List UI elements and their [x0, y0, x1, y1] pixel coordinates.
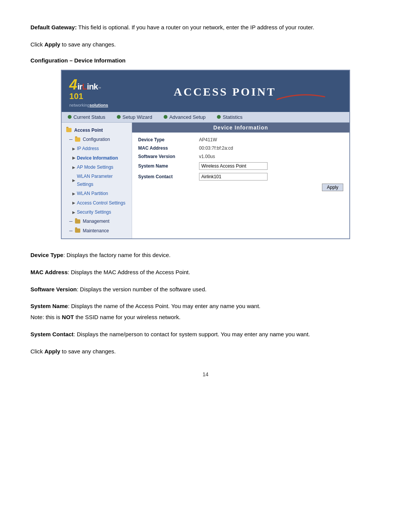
brand-area: ACCESS POINT [108, 85, 342, 98]
input-system-contact[interactable] [199, 173, 268, 181]
tagline-bold: solutions [89, 103, 108, 107]
note-suffix: the SSID name for your wireless network. [74, 314, 180, 320]
arrow-ip-icon: ▶ [72, 145, 75, 152]
logo-tm: ™ [98, 86, 101, 90]
note-not: NOT [62, 314, 74, 320]
desc-system-contact-bold: System Contact [30, 331, 73, 337]
form-row-mac-address: MAC Address 00:03:7f:bf:2a:cd [138, 145, 343, 151]
nav-statistics[interactable]: Statistics [217, 114, 242, 120]
desc-mac-address-bold: MAC Address [30, 269, 68, 275]
label-device-type: Device Type [138, 137, 199, 142]
logo-101-text: 101 [69, 91, 83, 101]
nav-current-status[interactable]: Current Status [68, 114, 105, 120]
label-software-version: Software Version [138, 154, 199, 159]
nav-dot-current [68, 115, 72, 119]
sidebar-wlan-partition-label: WLAN Partition [77, 190, 108, 197]
sidebar-item-wlan-partition[interactable]: ▶ WLAN Partition [62, 189, 132, 198]
content-form: Device Type AP411W MAC Address 00:03:7f:… [132, 133, 349, 196]
form-row-system-contact: System Contact [138, 173, 343, 181]
nav-dot-stats [217, 115, 221, 119]
sidebar-item-access-control[interactable]: ▶ Access Control Settings [62, 198, 132, 208]
nav-dot-advanced [164, 115, 167, 119]
sidebar-management-label: Management [83, 217, 110, 225]
nav-dot-setup [117, 115, 121, 119]
sidebar-device-info-label: Device Information [77, 154, 118, 162]
desc-software-version: Software Version: Displays the version n… [30, 285, 381, 294]
router-nav: Current Status Setup Wizard Advanced Set… [62, 112, 349, 123]
note-line: Note: this is NOT the SSID name for your… [30, 313, 381, 322]
sidebar-item-ap-mode[interactable]: ▶ AP Mode Settings [62, 163, 132, 172]
sidebar-configuration-label: Configuration [83, 136, 110, 143]
note-prefix: Note [30, 314, 43, 320]
page-number: 14 [30, 371, 381, 377]
desc-software-version-bold: Software Version [30, 286, 77, 292]
form-row-software-version: Software Version v1.00us [138, 154, 343, 159]
desc-system-name-rest: : Displays the name of the Access Point.… [68, 303, 260, 309]
sidebar-ip-address-label: IP Address [77, 145, 99, 152]
router-panel: 4 irLink ™ 101 networkingsolutions ACCES… [61, 70, 350, 240]
arrow-wlan-partition-icon: ▶ [72, 190, 75, 197]
sidebar-item-maintenance[interactable]: ─ Maintenance [62, 226, 132, 235]
router-header: 4 irLink ™ 101 networkingsolutions ACCES… [62, 70, 349, 112]
brand-swoosh [273, 94, 327, 101]
nav-advanced-setup[interactable]: Advanced Setup [164, 114, 206, 120]
nav-setup-wizard[interactable]: Setup Wizard [117, 114, 152, 120]
arrow-security-icon: ▶ [72, 209, 75, 216]
value-software-version: v1.00us [199, 154, 215, 159]
value-device-type: AP411W [199, 137, 217, 142]
folder-maintenance-icon [75, 228, 80, 233]
nav-advanced-setup-label: Advanced Setup [169, 114, 206, 120]
nav-setup-wizard-label: Setup Wizard [123, 114, 152, 120]
default-gateway-text: This field is optional. If you have a ro… [77, 24, 314, 30]
logo-four: 4 [69, 77, 77, 93]
desc-system-contact: System Contact: Displays the name/person… [30, 330, 381, 339]
desc-software-version-rest: : Displays the version number of the sof… [77, 286, 207, 292]
config-heading: Configuration – Device Information [30, 57, 381, 64]
default-gateway-label: Default Gateway: [30, 24, 77, 30]
desc-system-name-bold: System Name [30, 303, 68, 309]
sidebar-ap-mode-label: AP Mode Settings [77, 163, 113, 171]
top-apply-line-pre: Click [30, 41, 45, 48]
footer-apply-line: Click Apply to save any changes. [30, 347, 381, 356]
form-row-system-name: System Name [138, 162, 343, 170]
desc-device-type: Device Type: Displays the factory name f… [30, 251, 381, 260]
desc-mac-address-rest: : Displays the MAC Address of the Access… [68, 269, 190, 275]
sidebar-access-control-label: Access Control Settings [77, 199, 125, 207]
sidebar-item-security[interactable]: ▶ Security Settings [62, 208, 132, 217]
footer-apply-post: to save any changes. [60, 348, 116, 355]
input-system-name[interactable] [199, 162, 268, 170]
desc-device-type-rest: : Displays the factory name for this dev… [63, 252, 170, 258]
sidebar-item-access-point[interactable]: Access Point [62, 126, 132, 135]
sidebar-wlan-param-label: WLAN Parameter Settings [77, 173, 129, 188]
top-apply-bold: Apply [45, 41, 61, 48]
footer-apply-bold: Apply [45, 348, 61, 355]
top-apply-line-rest: to save any changes. [60, 41, 116, 48]
sidebar-maintenance-label: Maintenance [83, 227, 109, 235]
arrow-device-info-icon: ▶ [72, 155, 75, 161]
router-sidebar: Access Point ─ Configuration ▶ IP Addres… [62, 123, 132, 239]
apply-button[interactable]: Apply [322, 184, 343, 191]
footer-apply-pre: Click [30, 348, 45, 355]
value-mac-address: 00:03:7f:bf:2a:cd [199, 145, 233, 151]
desc-device-type-bold: Device Type [30, 252, 63, 258]
sidebar-item-configuration[interactable]: ─ Configuration [62, 135, 132, 144]
sidebar-item-wlan-param[interactable]: ▶ WLAN Parameter Settings [62, 172, 132, 189]
note-bold-pre: : this is [43, 314, 62, 320]
router-main: Access Point ─ Configuration ▶ IP Addres… [62, 123, 349, 239]
folder-management-icon [75, 219, 80, 224]
sidebar-item-management[interactable]: ─ Management [62, 217, 132, 226]
logo-irlink: irLink [77, 82, 98, 92]
desc-system-contact-rest: : Displays the name/person to contact fo… [73, 331, 310, 337]
logo-area: 4 irLink ™ 101 networkingsolutions [69, 77, 108, 107]
sidebar-item-device-info[interactable]: ▶ Device Information [62, 153, 132, 163]
desc-mac-address: MAC Address: Displays the MAC Address of… [30, 268, 381, 277]
folder-open-icon [66, 128, 72, 132]
form-row-device-type: Device Type AP411W [138, 137, 343, 142]
sidebar-access-point-label: Access Point [74, 126, 103, 134]
sidebar-item-ip-address[interactable]: ▶ IP Address [62, 144, 132, 153]
label-system-name: System Name [138, 163, 199, 169]
nav-current-status-label: Current Status [73, 114, 105, 120]
logo-tagline: networkingsolutions [69, 103, 108, 107]
sidebar-security-label: Security Settings [77, 208, 111, 216]
tagline-pre: networking [69, 103, 89, 107]
